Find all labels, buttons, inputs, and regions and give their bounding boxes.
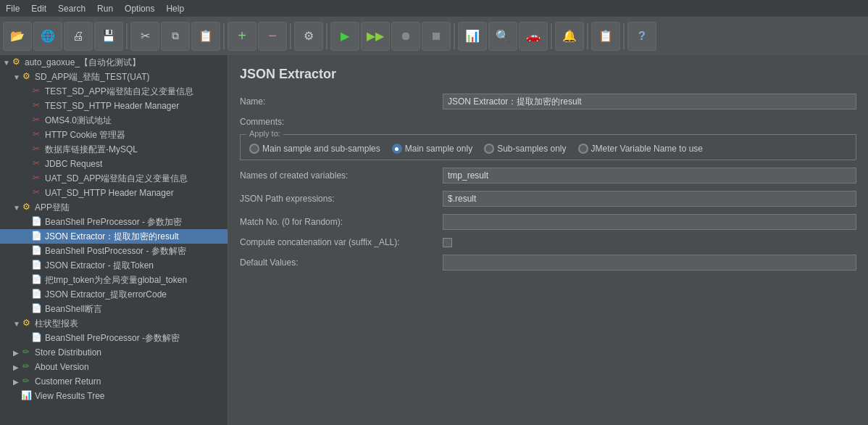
tree-node-customer-return[interactable]: ▶✏Customer Return <box>0 374 228 389</box>
print-button[interactable]: 🖨 <box>64 22 93 51</box>
view-logs-button[interactable]: 📋 <box>591 22 620 51</box>
tree-icon-test-sd-app-var: ✂ <box>30 86 42 97</box>
settings-button[interactable]: ⚙ <box>294 22 323 51</box>
remove-button[interactable]: − <box>258 22 287 51</box>
tree-node-sd-app[interactable]: ▼⚙SD_APP端_登陆_TEST(UAT) <box>0 70 228 84</box>
menu-edit[interactable]: Edit <box>25 2 52 15</box>
tree-node-json-ext-error[interactable]: 📄JSON Extractor_提取errorCode <box>0 287 228 302</box>
tree-panel: ▼⚙auto_gaoxue_【自动化测试】▼⚙SD_APP端_登陆_TEST(U… <box>0 55 228 425</box>
tree-node-root[interactable]: ▼⚙auto_gaoxue_【自动化测试】 <box>0 55 228 70</box>
save-button[interactable]: 💾 <box>94 22 123 51</box>
tree-node-uat-http[interactable]: ✂UAT_SD_HTTP Header Manager <box>0 186 228 200</box>
tree-node-jdbc[interactable]: ✂JDBC Request <box>0 157 228 171</box>
tree-node-test-sd-http[interactable]: ✂TEST_SD_HTTP Header Manager <box>0 99 228 113</box>
tree-node-uat-app-var[interactable]: ✂UAT_SD_APP端登陆自定义变量信息 <box>0 171 228 186</box>
template-button[interactable]: 🌐 <box>33 22 62 51</box>
match-no-label: Match No. (0 for Random): <box>240 217 443 227</box>
radio-jmeter-var[interactable]: JMeter Variable Name to use <box>578 144 704 154</box>
tree-icon-json-ext-token: 📄 <box>30 260 42 271</box>
notify-button[interactable]: 🔔 <box>555 22 584 51</box>
tree-node-oms-addr[interactable]: ✂OMS4.0测试地址 <box>0 113 228 128</box>
tree-node-json-ext-selected[interactable]: 📄JSON Extractor：提取加密的result <box>0 229 228 244</box>
radio-main-only[interactable]: Main sample only <box>392 144 472 154</box>
tree-label-beanshell-pre: BeanShell PreProcessor - 参数加密 <box>45 216 225 228</box>
menu-run[interactable]: Run <box>91 2 119 15</box>
menu-file[interactable]: File <box>0 2 25 15</box>
tree-node-json-ext-token[interactable]: 📄JSON Extractor - 提取Token <box>0 258 228 273</box>
apply-to-section: Apply to: Main sample and sub-samples Ma… <box>240 134 856 160</box>
copy-button[interactable]: ⧉ <box>161 22 190 51</box>
tree-node-tmp-token[interactable]: 📄把tmp_token为全局变量global_token <box>0 273 228 287</box>
tree-label-tmp-token: 把tmp_token为全局变量global_token <box>45 274 225 286</box>
cut-button[interactable]: ✂ <box>130 22 159 51</box>
menu-options[interactable]: Options <box>119 2 160 15</box>
search-tool-button[interactable]: 🔍 <box>488 22 517 51</box>
tree-icon-bar-chart: ⚙ <box>20 318 32 329</box>
tree-node-view-results[interactable]: 📊View Results Tree <box>0 389 228 403</box>
radio-main-sub[interactable]: Main sample and sub-samples <box>249 144 380 154</box>
tree-node-about-version[interactable]: ▶✏About Version <box>0 360 228 374</box>
tree-icon-view-results: 📊 <box>20 390 32 402</box>
tree-arrow-customer-return: ▶ <box>13 378 20 386</box>
open-button[interactable]: 📂 <box>3 22 32 51</box>
help-button[interactable]: ? <box>627 22 656 51</box>
apply-to-legend: Apply to: <box>246 129 283 138</box>
run-button[interactable]: ▶ <box>330 22 359 51</box>
radio-sub-only[interactable]: Sub-samples only <box>484 144 566 154</box>
separator-1 <box>126 23 128 49</box>
tree-node-db-config[interactable]: ✂数据库链接配置-MySQL <box>0 142 228 157</box>
remote-button[interactable]: 🚗 <box>519 22 548 51</box>
run-no-pause-button[interactable]: ▶▶ <box>361 22 390 51</box>
tree-icon-tmp-token: 📄 <box>30 274 42 286</box>
variables-input[interactable] <box>443 168 856 183</box>
menu-help[interactable]: Help <box>160 2 190 15</box>
tree-label-beanshell-pre2: BeanShell PreProcessor -参数解密 <box>45 332 225 344</box>
default-values-input[interactable] <box>443 255 856 271</box>
paste-button[interactable]: 📋 <box>191 22 220 51</box>
name-input[interactable] <box>443 94 856 110</box>
separator-4 <box>326 23 327 49</box>
radio-label-1: Main sample and sub-samples <box>262 144 380 154</box>
toolbar: 📂 🌐 🖨 💾 ✂ ⧉ 📋 + − ⚙ ▶ ▶▶ ⏺ ⏹ 📊 🔍 🚗 🔔 📋 ? <box>0 17 868 55</box>
compute-checkbox-item[interactable] <box>443 238 452 247</box>
tree-label-uat-http: UAT_SD_HTTP Header Manager <box>45 188 225 198</box>
radio-label-2: Main sample only <box>405 144 472 154</box>
panel-title: JSON Extractor <box>240 67 856 82</box>
compute-checkbox[interactable] <box>443 238 452 247</box>
separator-6 <box>551 23 552 49</box>
add-button[interactable]: + <box>228 22 256 51</box>
tree-label-test-sd-app-var: TEST_SD_APP端登陆自定义变量信息 <box>45 86 225 98</box>
tree-icon-app-login: ⚙ <box>20 202 32 213</box>
compute-label: Compute concatenation var (suffix _ALL): <box>240 237 443 247</box>
default-values-row: Default Values: <box>240 255 856 271</box>
radio-dot-4 <box>578 144 588 154</box>
tree-node-beanshell-pre[interactable]: 📄BeanShell PreProcessor - 参数加密 <box>0 215 228 229</box>
tree-node-test-sd-app-var[interactable]: ✂TEST_SD_APP端登陆自定义变量信息 <box>0 84 228 99</box>
tree-label-store-dist: Store Distribution <box>35 347 225 358</box>
menu-search[interactable]: Search <box>52 2 91 15</box>
tree-node-beanshell-pre2[interactable]: 📄BeanShell PreProcessor -参数解密 <box>0 331 228 345</box>
report-button[interactable]: 📊 <box>458 22 487 51</box>
name-label: Name: <box>240 96 443 107</box>
tree-node-http-cookie[interactable]: ✂HTTP Cookie 管理器 <box>0 128 228 142</box>
stop-all-button[interactable]: ⏹ <box>422 22 451 51</box>
tree-label-json-ext-error: JSON Extractor_提取errorCode <box>45 289 225 301</box>
tree-node-app-login[interactable]: ▼⚙APP登陆 <box>0 200 228 215</box>
tree-label-uat-app-var: UAT_SD_APP端登陆自定义变量信息 <box>45 173 225 185</box>
json-path-row: JSON Path expressions: <box>240 191 856 207</box>
tree-icon-about-version: ✏ <box>20 361 32 373</box>
tree-label-oms-addr: OMS4.0测试地址 <box>45 115 225 127</box>
tree-node-bar-chart[interactable]: ▼⚙柱状型报表 <box>0 316 228 331</box>
stop-button[interactable]: ⏺ <box>391 22 420 51</box>
tree-node-beanshell-assert[interactable]: 📄BeanShell断言 <box>0 302 228 316</box>
radio-dot-1 <box>249 144 259 154</box>
tree-node-beanshell-post[interactable]: 📄BeanShell PostProcessor - 参数解密 <box>0 244 228 258</box>
radio-label-4: JMeter Variable Name to use <box>591 144 704 154</box>
match-no-input[interactable] <box>443 214 856 230</box>
tree-node-store-dist[interactable]: ▶✏Store Distribution <box>0 345 228 360</box>
tree-label-sd-app: SD_APP端_登陆_TEST(UAT) <box>35 71 225 83</box>
tree-icon-json-ext-selected: 📄 <box>30 231 42 242</box>
comments-row: Comments: <box>240 117 856 127</box>
tree-icon-db-config: ✂ <box>30 144 42 155</box>
json-path-input[interactable] <box>443 191 856 207</box>
